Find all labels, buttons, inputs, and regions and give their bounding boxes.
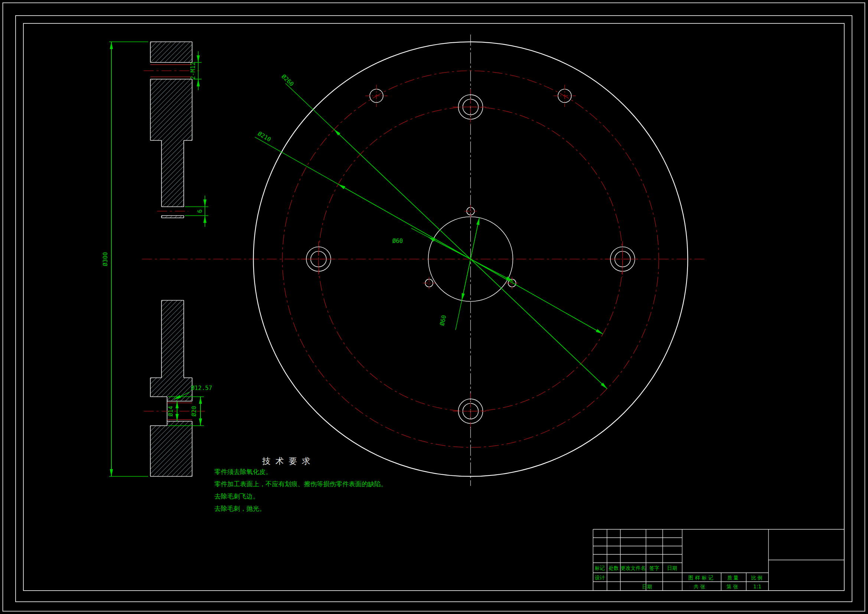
tech-req-title: 技 术 要 求 (262, 456, 311, 466)
titleblock-stamp-label: 图样标记 (688, 575, 715, 581)
front-view: Ø260 Ø210 Ø60 Ø60 (142, 34, 706, 486)
dim-label-2m12: 2-M12 (189, 62, 196, 79)
dim-label-d260: Ø260 (280, 73, 296, 88)
sheet-borders (3, 3, 865, 611)
title-block: 标记 处数 更改文件名 签字 日期 设计 日期 图样标记 质量 比例 1:1 共… (593, 529, 844, 591)
tech-req-line-3: 去除毛刺飞边。 (214, 493, 259, 500)
tech-req-line-4: 去除毛刺，抛光。 (214, 505, 265, 512)
cad-drawing-canvas: Ø300 2-M12 6 Ø12.57 Ø14 Ø20 (0, 0, 868, 614)
dim-label-d12-57: Ø12.57 (191, 384, 212, 392)
dim-label-d300: Ø300 (102, 252, 109, 266)
titleblock-design-label: 设计 (595, 575, 605, 581)
titleblock-sheet-total: 共 张 (693, 583, 705, 589)
titleblock-col-sign: 签字 (649, 565, 659, 571)
dim-label-d60-center: Ø60 (439, 315, 447, 326)
titleblock-scale-label: 比例 (751, 575, 763, 581)
tech-req-line-1: 零件须去除氧化皮。 (214, 468, 272, 476)
titleblock-weight-label: 质量 (727, 575, 739, 581)
drawing-svg: Ø300 2-M12 6 Ø12.57 Ø14 Ø20 (0, 0, 868, 614)
dim-label-d60-bc: Ø60 (392, 237, 403, 244)
titleblock-col-count: 处数 (609, 565, 618, 571)
titleblock-sheet-index: 第 张 (727, 583, 738, 589)
dim-label-d14: Ø14 (167, 406, 174, 417)
titleblock-scale-value: 1:1 (753, 583, 761, 589)
titleblock-col-date: 日期 (667, 565, 677, 571)
dim-label-d20: Ø20 (191, 406, 197, 417)
tech-req-line-2: 零件加工表面上，不应有划痕、擦伤等损伤零件表面的缺陷。 (214, 480, 387, 488)
dim-label-d6: 6 (196, 210, 203, 213)
titleblock-date-label: 日期 (642, 583, 652, 589)
titleblock-col-mark: 标记 (594, 565, 605, 571)
technical-requirements: 技 术 要 求 零件须去除氧化皮。 零件加工表面上，不应有划痕、擦伤等损伤零件表… (214, 456, 387, 512)
front-dimensions: Ø260 Ø210 Ø60 Ø60 (255, 73, 608, 389)
titleblock-col-file: 更改文件名 (621, 565, 646, 571)
dim-label-d210: Ø210 (257, 130, 272, 143)
title-block-grid (593, 529, 844, 591)
